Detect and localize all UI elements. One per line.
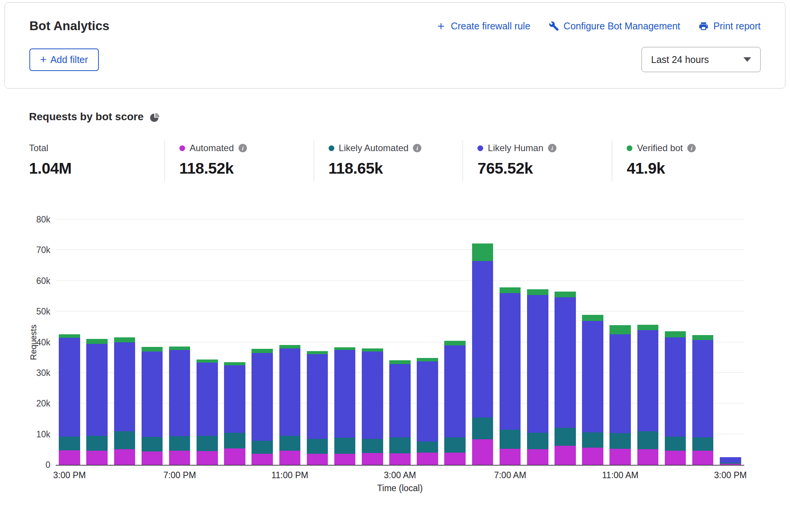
time-range-value: Last 24 hours [651, 54, 709, 65]
time-range-select[interactable]: Last 24 hours [642, 47, 761, 72]
info-icon[interactable]: i [687, 144, 696, 152]
info-icon[interactable]: i [239, 144, 247, 152]
bar-3-6-00-pm [138, 219, 166, 465]
segment-likely-human [500, 293, 521, 430]
segment-verified-bot [224, 362, 245, 365]
header-top-row: Bot Analytics Create firewall ruleConfig… [5, 3, 785, 33]
segment-likely-automated [527, 433, 548, 449]
stacked-bar [637, 219, 659, 465]
segment-automated [444, 453, 466, 465]
stat-value: 118.65k [329, 160, 463, 177]
segment-automated [472, 439, 493, 465]
x-axis-labels: 3:00 PM7:00 PM11:00 PM3:00 AM7:00 AM11:0… [56, 466, 744, 483]
segment-likely-human [334, 350, 356, 438]
segment-likely-automated [59, 437, 80, 450]
segment-verified-bot [389, 360, 411, 364]
segment-likely-automated [500, 430, 521, 449]
segment-verified-bot [86, 339, 108, 343]
bar-0-3-00-pm [56, 219, 83, 465]
link-configure-bot-management[interactable]: Configure Bot Management [549, 21, 680, 32]
y-tick-label: 0 [45, 460, 50, 470]
stacked-bar [417, 219, 438, 465]
segment-automated [252, 454, 273, 465]
link-label: Print report [713, 21, 761, 32]
segment-likely-human [389, 364, 411, 437]
link-print-report[interactable]: Print report [698, 21, 761, 32]
add-filter-button[interactable]: + Add filter [29, 48, 99, 71]
header-actions: Create firewall ruleConfigure Bot Manage… [436, 21, 761, 32]
segment-automated [114, 449, 135, 465]
segment-likely-human [59, 338, 80, 437]
chart: Requests 010k20k30k40k50k60k70k80k 3:00 … [29, 219, 761, 493]
segment-verified-bot [197, 360, 218, 362]
segment-likely-human [279, 348, 301, 436]
segment-likely-automated [665, 437, 686, 451]
segment-verified-bot [417, 358, 438, 361]
segment-likely-human [417, 361, 438, 442]
stacked-bar [444, 219, 466, 465]
segment-automated [389, 453, 411, 465]
segment-likely-automated [307, 439, 328, 454]
segment-verified-bot [279, 345, 301, 348]
segment-automated [86, 451, 108, 465]
stacked-bar [692, 219, 714, 465]
wrench-icon [549, 21, 559, 31]
segment-likely-human [252, 353, 273, 441]
bar-7-10-00-pm [248, 219, 276, 465]
add-filter-label: Add filter [50, 54, 88, 65]
link-create-firewall-rule[interactable]: Create firewall rule [436, 21, 530, 32]
bar-10-1-00-am [331, 219, 359, 465]
x-tick-label: 11:00 PM [271, 470, 308, 480]
segment-automated [555, 446, 576, 465]
segment-automated [527, 449, 548, 465]
chevron-down-icon [743, 57, 751, 62]
segment-likely-human [609, 334, 631, 433]
segment-likely-human [169, 350, 190, 436]
stat-label: Total [29, 143, 48, 153]
stacked-bar [224, 219, 245, 465]
stacked-bar [500, 219, 521, 465]
x-tick-label: 11:00 AM [602, 470, 638, 480]
info-icon[interactable]: i [548, 144, 556, 152]
stat-label: Verified bot [637, 143, 683, 153]
info-icon[interactable]: i [413, 144, 421, 152]
stacked-bar [279, 219, 301, 465]
segment-likely-human [444, 345, 466, 438]
segment-automated [609, 449, 631, 465]
bar-6-9-00-pm [221, 219, 248, 465]
legend-dot [329, 145, 334, 151]
segment-verified-bot [444, 341, 466, 345]
segment-automated [279, 451, 301, 465]
section-title: Requests by bot score [29, 111, 143, 123]
stat-automated: Automatedi118.52k [164, 140, 314, 181]
segment-likely-automated [417, 442, 438, 453]
legend-dot [627, 145, 632, 151]
bar-13-4-00-am [414, 219, 441, 465]
segment-automated [307, 454, 328, 465]
x-tick-label: 7:00 AM [494, 470, 526, 480]
bar-14-5-00-am [441, 219, 469, 465]
stat-label: Likely Automated [339, 143, 409, 153]
segment-likely-automated [169, 436, 190, 451]
segment-likely-human [555, 297, 576, 428]
bar-19-10-00-am [579, 219, 606, 465]
stacked-bar [720, 219, 741, 465]
segment-likely-human [472, 261, 493, 418]
segment-likely-automated [389, 437, 411, 453]
segment-verified-bot [555, 292, 576, 297]
stacked-bar [582, 219, 603, 465]
stacked-bar [609, 219, 631, 465]
stat-likely-automated: Likely Automatedi118.65k [314, 140, 463, 181]
y-tick-label: 50k [36, 306, 50, 317]
stacked-bar [555, 219, 576, 465]
stat-label-row: Automatedi [179, 143, 314, 153]
bar-15-6-00-am [469, 219, 496, 465]
stacked-bar [472, 219, 493, 465]
segment-automated [582, 448, 603, 465]
segment-verified-bot [582, 315, 603, 321]
segment-verified-bot [665, 331, 686, 337]
segment-likely-human [86, 344, 108, 436]
segment-automated [169, 451, 190, 465]
y-tick-label: 40k [36, 337, 50, 347]
link-label: Configure Bot Management [564, 21, 680, 32]
